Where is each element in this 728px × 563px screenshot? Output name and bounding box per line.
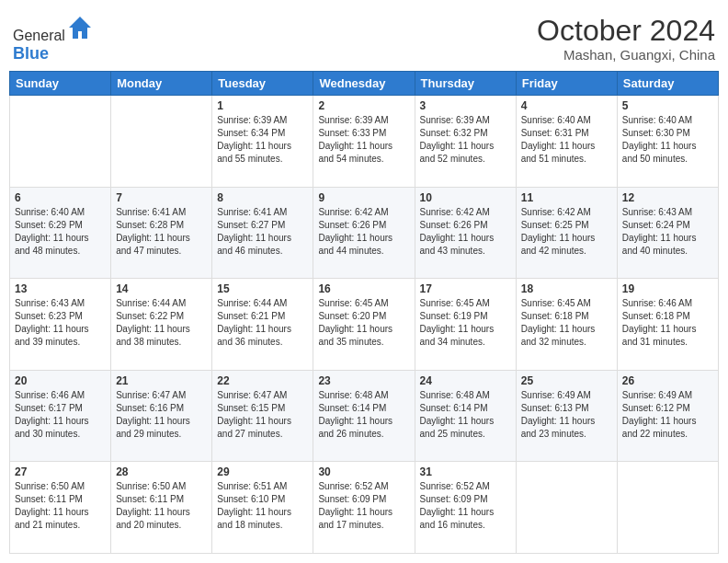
calendar-cell: 9Sunrise: 6:42 AMSunset: 6:26 PMDaylight… [313,187,415,279]
calendar-row-5: 27Sunrise: 6:50 AMSunset: 6:11 PMDayligh… [10,462,719,554]
day-info: Sunrise: 6:44 AMSunset: 6:21 PMDaylight:… [217,297,308,349]
calendar-cell: 30Sunrise: 6:52 AMSunset: 6:09 PMDayligh… [313,462,415,554]
day-info: Sunrise: 6:46 AMSunset: 6:18 PMDaylight:… [622,297,713,349]
calendar-cell: 19Sunrise: 6:46 AMSunset: 6:18 PMDayligh… [617,279,718,371]
calendar-cell: 23Sunrise: 6:48 AMSunset: 6:14 PMDayligh… [313,370,415,462]
calendar-cell: 6Sunrise: 6:40 AMSunset: 6:29 PMDaylight… [10,187,111,279]
day-info: Sunrise: 6:44 AMSunset: 6:22 PMDaylight:… [116,297,207,349]
day-info: Sunrise: 6:45 AMSunset: 6:18 PMDaylight:… [521,297,612,349]
day-number: 20 [15,374,106,387]
day-info: Sunrise: 6:46 AMSunset: 6:17 PMDaylight:… [15,389,106,441]
calendar-row-1: 1Sunrise: 6:39 AMSunset: 6:34 PMDaylight… [10,96,719,188]
col-header-saturday: Saturday [617,72,718,96]
day-info: Sunrise: 6:49 AMSunset: 6:12 PMDaylight:… [622,389,713,441]
calendar-cell: 10Sunrise: 6:42 AMSunset: 6:26 PMDayligh… [415,187,516,279]
calendar-cell: 22Sunrise: 6:47 AMSunset: 6:15 PMDayligh… [212,370,313,462]
calendar-cell: 26Sunrise: 6:49 AMSunset: 6:12 PMDayligh… [617,370,718,462]
calendar-cell: 3Sunrise: 6:39 AMSunset: 6:32 PMDaylight… [415,96,516,188]
day-number: 11 [521,191,612,204]
day-info: Sunrise: 6:39 AMSunset: 6:32 PMDaylight:… [420,114,511,166]
day-number: 14 [116,282,207,295]
day-number: 16 [318,282,409,295]
day-number: 29 [217,465,308,478]
month-title: October 2024 [537,15,715,47]
day-info: Sunrise: 6:43 AMSunset: 6:24 PMDaylight:… [622,206,713,258]
day-info: Sunrise: 6:41 AMSunset: 6:28 PMDaylight:… [116,206,207,258]
calendar-cell: 14Sunrise: 6:44 AMSunset: 6:22 PMDayligh… [111,279,212,371]
calendar-cell: 13Sunrise: 6:43 AMSunset: 6:23 PMDayligh… [10,279,111,371]
day-info: Sunrise: 6:48 AMSunset: 6:14 PMDaylight:… [318,389,409,441]
day-info: Sunrise: 6:43 AMSunset: 6:23 PMDaylight:… [15,297,106,349]
calendar-cell: 8Sunrise: 6:41 AMSunset: 6:27 PMDaylight… [212,187,313,279]
day-number: 27 [15,465,106,478]
day-number: 8 [217,191,308,204]
calendar-cell [617,462,718,554]
calendar-cell: 20Sunrise: 6:46 AMSunset: 6:17 PMDayligh… [10,370,111,462]
day-number: 26 [622,374,713,387]
calendar-cell: 2Sunrise: 6:39 AMSunset: 6:33 PMDaylight… [313,96,415,188]
calendar-cell: 11Sunrise: 6:42 AMSunset: 6:25 PMDayligh… [516,187,617,279]
day-number: 15 [217,282,308,295]
calendar-cell: 18Sunrise: 6:45 AMSunset: 6:18 PMDayligh… [516,279,617,371]
col-header-wednesday: Wednesday [313,72,415,96]
logo-text-line1: General [13,15,93,44]
day-number: 1 [217,99,308,112]
calendar-row-2: 6Sunrise: 6:40 AMSunset: 6:29 PMDaylight… [10,187,719,279]
calendar-cell: 31Sunrise: 6:52 AMSunset: 6:09 PMDayligh… [415,462,516,554]
title-block: October 2024 Mashan, Guangxi, China [537,15,715,63]
calendar-cell: 16Sunrise: 6:45 AMSunset: 6:20 PMDayligh… [313,279,415,371]
calendar-cell: 17Sunrise: 6:45 AMSunset: 6:19 PMDayligh… [415,279,516,371]
day-info: Sunrise: 6:49 AMSunset: 6:13 PMDaylight:… [521,389,612,441]
calendar-cell: 4Sunrise: 6:40 AMSunset: 6:31 PMDaylight… [516,96,617,188]
day-number: 5 [622,99,713,112]
day-info: Sunrise: 6:40 AMSunset: 6:30 PMDaylight:… [622,114,713,166]
col-header-friday: Friday [516,72,617,96]
col-header-tuesday: Tuesday [212,72,313,96]
logo: General Blue [13,15,93,63]
day-info: Sunrise: 6:42 AMSunset: 6:26 PMDaylight:… [420,206,511,258]
day-info: Sunrise: 6:39 AMSunset: 6:34 PMDaylight:… [217,114,308,166]
day-info: Sunrise: 6:52 AMSunset: 6:09 PMDaylight:… [318,480,409,532]
day-info: Sunrise: 6:41 AMSunset: 6:27 PMDaylight:… [217,206,308,258]
day-info: Sunrise: 6:52 AMSunset: 6:09 PMDaylight:… [420,480,511,532]
day-number: 2 [318,99,409,112]
day-number: 9 [318,191,409,204]
day-info: Sunrise: 6:51 AMSunset: 6:10 PMDaylight:… [217,480,308,532]
day-number: 10 [420,191,511,204]
calendar-cell: 5Sunrise: 6:40 AMSunset: 6:30 PMDaylight… [617,96,718,188]
calendar-cell: 27Sunrise: 6:50 AMSunset: 6:11 PMDayligh… [10,462,111,554]
calendar-cell: 29Sunrise: 6:51 AMSunset: 6:10 PMDayligh… [212,462,313,554]
day-info: Sunrise: 6:45 AMSunset: 6:19 PMDaylight:… [420,297,511,349]
logo-blue: Blue [13,44,49,63]
calendar-cell: 24Sunrise: 6:48 AMSunset: 6:14 PMDayligh… [415,370,516,462]
day-info: Sunrise: 6:48 AMSunset: 6:14 PMDaylight:… [420,389,511,441]
calendar-cell [111,96,212,188]
day-number: 4 [521,99,612,112]
header: General Blue October 2024 Mashan, Guangx… [9,9,719,71]
calendar-cell [516,462,617,554]
day-number: 28 [116,465,207,478]
calendar-cell: 1Sunrise: 6:39 AMSunset: 6:34 PMDaylight… [212,96,313,188]
calendar-row-4: 20Sunrise: 6:46 AMSunset: 6:17 PMDayligh… [10,370,719,462]
day-info: Sunrise: 6:40 AMSunset: 6:31 PMDaylight:… [521,114,612,166]
page: General Blue October 2024 Mashan, Guangx… [0,0,728,563]
day-number: 6 [15,191,106,204]
day-info: Sunrise: 6:50 AMSunset: 6:11 PMDaylight:… [116,480,207,532]
calendar-cell [10,96,111,188]
day-number: 7 [116,191,207,204]
calendar-cell: 28Sunrise: 6:50 AMSunset: 6:11 PMDayligh… [111,462,212,554]
day-number: 13 [15,282,106,295]
calendar-cell: 25Sunrise: 6:49 AMSunset: 6:13 PMDayligh… [516,370,617,462]
day-info: Sunrise: 6:42 AMSunset: 6:26 PMDaylight:… [318,206,409,258]
day-number: 17 [420,282,511,295]
calendar-cell: 12Sunrise: 6:43 AMSunset: 6:24 PMDayligh… [617,187,718,279]
calendar-row-3: 13Sunrise: 6:43 AMSunset: 6:23 PMDayligh… [10,279,719,371]
day-number: 31 [420,465,511,478]
logo-icon [67,15,93,40]
location-title: Mashan, Guangxi, China [537,47,715,63]
col-header-sunday: Sunday [10,72,111,96]
calendar-cell: 15Sunrise: 6:44 AMSunset: 6:21 PMDayligh… [212,279,313,371]
day-number: 21 [116,374,207,387]
logo-general: General [13,28,65,43]
day-number: 22 [217,374,308,387]
